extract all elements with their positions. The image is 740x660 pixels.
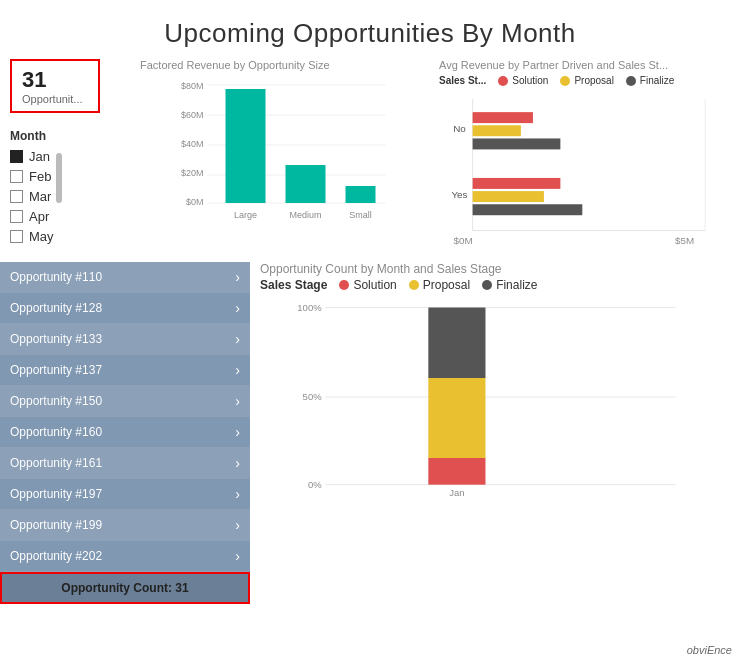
solution-dot-3 (339, 280, 349, 290)
checkbox-may[interactable] (10, 230, 23, 243)
list-item[interactable]: Opportunity #202 › (0, 541, 250, 572)
svg-rect-10 (226, 89, 266, 203)
proposal-dot (560, 76, 570, 86)
svg-text:Yes: Yes (451, 189, 467, 200)
svg-rect-28 (473, 204, 583, 215)
chevron-right-icon: › (235, 517, 240, 533)
list-item[interactable]: Opportunity #150 › (0, 386, 250, 417)
list-item[interactable]: Opportunity #161 › (0, 448, 250, 479)
branding: obviEnce (687, 644, 732, 656)
svg-rect-37 (428, 308, 485, 378)
filter-item-apr[interactable]: Apr (10, 209, 54, 224)
legend-sales-st: Sales St... (439, 75, 486, 86)
stacked-chart-container: Opportunity Count by Month and Sales Sta… (250, 262, 740, 604)
filter-title: Month (10, 129, 140, 143)
list-item[interactable]: Opportunity #133 › (0, 324, 250, 355)
svg-text:$5M: $5M (675, 235, 694, 246)
filter-item-mar[interactable]: Mar (10, 189, 54, 204)
top-section: 31 Opportunit... Month Jan Feb (0, 59, 740, 258)
chart3-title: Opportunity Count by Month and Sales Sta… (260, 262, 730, 276)
chevron-right-icon: › (235, 455, 240, 471)
svg-text:$20M: $20M (181, 168, 204, 178)
checkbox-jan[interactable] (10, 150, 23, 163)
chart3-legend: Sales Stage Solution Proposal Finalize (260, 278, 730, 292)
solution-dot (498, 76, 508, 86)
svg-rect-26 (473, 178, 561, 189)
legend-finalize-3: Finalize (482, 278, 537, 292)
svg-text:$60M: $60M (181, 110, 204, 120)
kpi-label: Opportunit... (22, 93, 88, 105)
svg-text:Jan: Jan (449, 487, 464, 498)
chart2-legend: Sales St... Solution Proposal Finalize (439, 75, 730, 86)
finalize-dot-3 (482, 280, 492, 290)
svg-text:Medium: Medium (289, 210, 321, 220)
list-item[interactable]: Opportunity #110 › (0, 262, 250, 293)
list-item[interactable]: Opportunity #199 › (0, 510, 250, 541)
filter-items: Jan Feb Mar Apr (10, 149, 54, 249)
chevron-right-icon: › (235, 393, 240, 409)
checkbox-mar[interactable] (10, 190, 23, 203)
chart-avg-revenue: Avg Revenue by Partner Driven and Sales … (439, 59, 730, 258)
bottom-section: Opportunity #110 › Opportunity #128 › Op… (0, 262, 740, 604)
svg-rect-25 (473, 138, 561, 149)
legend-label-sales-stage: Sales Stage (260, 278, 327, 292)
filter-item-feb[interactable]: Feb (10, 169, 54, 184)
opportunity-list: Opportunity #110 › Opportunity #128 › Op… (0, 262, 250, 604)
kpi-number: 31 (22, 67, 88, 93)
chevron-right-icon: › (235, 269, 240, 285)
svg-rect-11 (286, 165, 326, 203)
svg-text:0%: 0% (308, 479, 322, 490)
left-panel: 31 Opportunit... Month Jan Feb (10, 59, 140, 258)
svg-rect-35 (428, 458, 485, 485)
chevron-right-icon: › (235, 548, 240, 564)
list-item[interactable]: Opportunity #160 › (0, 417, 250, 448)
legend-proposal: Proposal (560, 75, 613, 86)
proposal-dot-3 (409, 280, 419, 290)
svg-text:$40M: $40M (181, 139, 204, 149)
svg-text:Large: Large (234, 210, 257, 220)
page-title: Upcoming Opportunities By Month (0, 0, 740, 59)
filter-item-may[interactable]: May (10, 229, 54, 244)
svg-rect-36 (428, 378, 485, 458)
checkbox-feb[interactable] (10, 170, 23, 183)
bar-chart-2: No Yes $0M $5M (439, 88, 730, 258)
top-charts: Factored Revenue by Opportunity Size $80… (140, 59, 730, 258)
bar-chart-1: $80M $60M $40M $20M $0M (140, 75, 431, 245)
svg-rect-12 (346, 186, 376, 203)
svg-text:Small: Small (349, 210, 372, 220)
checkbox-apr[interactable] (10, 210, 23, 223)
list-item[interactable]: Opportunity #137 › (0, 355, 250, 386)
chevron-right-icon: › (235, 486, 240, 502)
opportunity-count-footer: Opportunity Count: 31 (0, 572, 250, 604)
list-item[interactable]: Opportunity #197 › (0, 479, 250, 510)
legend-proposal-3: Proposal (409, 278, 470, 292)
legend-finalize: Finalize (626, 75, 674, 86)
svg-text:No: No (453, 123, 466, 134)
filter-item-jan[interactable]: Jan (10, 149, 54, 164)
chevron-right-icon: › (235, 424, 240, 440)
svg-text:$0M: $0M (186, 197, 204, 207)
legend-solution: Solution (498, 75, 548, 86)
stacked-bar-chart: 100% 50% 0% Jan (260, 298, 730, 498)
svg-text:50%: 50% (303, 391, 323, 402)
kpi-box[interactable]: 31 Opportunit... (10, 59, 100, 113)
chart-factored-revenue: Factored Revenue by Opportunity Size $80… (140, 59, 431, 258)
svg-rect-24 (473, 125, 521, 136)
svg-rect-27 (473, 191, 544, 202)
chart2-title: Avg Revenue by Partner Driven and Sales … (439, 59, 730, 71)
svg-rect-23 (473, 112, 533, 123)
scrollbar[interactable] (56, 153, 62, 203)
chevron-right-icon: › (235, 362, 240, 378)
finalize-dot (626, 76, 636, 86)
chevron-right-icon: › (235, 331, 240, 347)
filter-section: Month Jan Feb Mar (10, 129, 140, 249)
svg-text:100%: 100% (297, 302, 322, 313)
legend-solution-3: Solution (339, 278, 396, 292)
svg-text:$80M: $80M (181, 81, 204, 91)
svg-text:$0M: $0M (453, 235, 472, 246)
chart1-title: Factored Revenue by Opportunity Size (140, 59, 431, 71)
list-item[interactable]: Opportunity #128 › (0, 293, 250, 324)
chevron-right-icon: › (235, 300, 240, 316)
